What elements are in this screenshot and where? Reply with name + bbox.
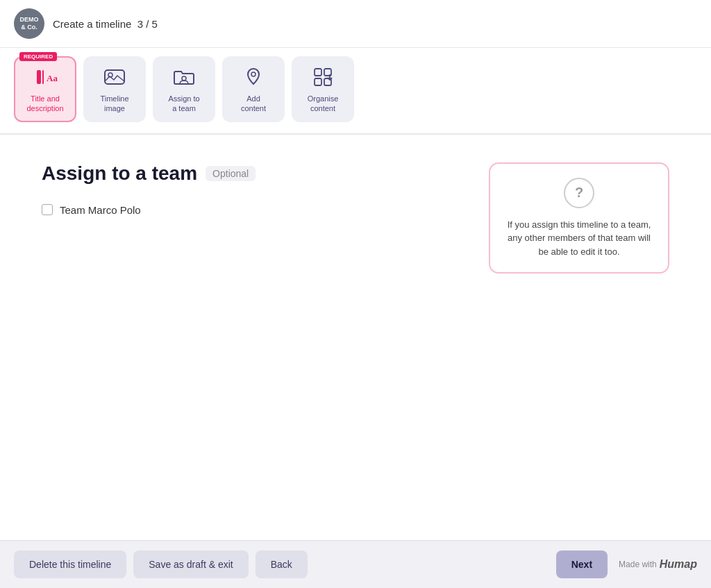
delete-timeline-button[interactable]: Delete this timeline: [14, 551, 126, 578]
back-button[interactable]: Back: [256, 551, 308, 578]
team-item: Team Marco Polo: [42, 204, 461, 216]
logo: DEMO & Co.: [14, 8, 44, 39]
text-icon: Aa: [33, 65, 58, 90]
team-checkbox[interactable]: [42, 204, 53, 215]
svg-rect-7: [315, 69, 321, 76]
step-organise-content[interactable]: Organise content: [292, 56, 354, 122]
svg-point-6: [251, 72, 256, 76]
save-draft-button[interactable]: Save as draft & exit: [133, 551, 248, 578]
made-with: Made with Humap: [619, 558, 697, 571]
svg-point-5: [182, 76, 186, 81]
step-assign-team[interactable]: Assign to a team: [153, 56, 215, 122]
header-title: Create a timeline 3 / 5: [53, 18, 158, 30]
step-label-assign: Assign to a team: [168, 94, 199, 114]
footer-left-buttons: Delete this timeline Save as draft & exi…: [14, 551, 308, 578]
svg-rect-9: [315, 78, 321, 85]
folder-icon: [172, 65, 196, 90]
svg-rect-1: [42, 70, 44, 84]
question-icon: ?: [564, 178, 594, 208]
info-text: If you assign this timeline to a team, a…: [504, 218, 654, 259]
pin-icon: [241, 65, 266, 90]
image-icon: [102, 65, 127, 90]
info-card: ? If you assign this timeline to a team,…: [489, 162, 669, 274]
step-add-content[interactable]: Add content: [222, 56, 285, 122]
page-title: Assign to a team Optional: [42, 162, 461, 185]
step-title-description[interactable]: REQUIRED Aa Title and description: [14, 56, 76, 122]
steps-bar: REQUIRED Aa Title and description Timeli…: [0, 48, 711, 135]
step-timeline-image[interactable]: Timeline image: [83, 56, 146, 122]
required-badge: REQUIRED: [19, 52, 57, 61]
svg-rect-0: [37, 70, 41, 84]
step-label-image: Timeline image: [100, 94, 128, 114]
grid-icon: [310, 65, 335, 90]
footer: Delete this timeline Save as draft & exi…: [0, 540, 711, 588]
left-section: Assign to a team Optional Team Marco Pol…: [42, 162, 461, 512]
humap-logo: Humap: [660, 558, 697, 571]
team-name-label: Team Marco Polo: [60, 204, 141, 216]
optional-badge: Optional: [206, 166, 256, 181]
step-label-title: Title and description: [26, 94, 63, 114]
header: DEMO & Co. Create a timeline 3 / 5: [0, 0, 711, 48]
step-label-organise: Organise content: [308, 94, 339, 114]
svg-rect-3: [105, 70, 124, 84]
svg-text:Aa: Aa: [47, 73, 58, 83]
next-button[interactable]: Next: [556, 551, 608, 578]
step-label-add: Add content: [241, 94, 266, 114]
main-content: Assign to a team Optional Team Marco Pol…: [0, 135, 711, 540]
footer-right: Next Made with Humap: [556, 551, 697, 578]
